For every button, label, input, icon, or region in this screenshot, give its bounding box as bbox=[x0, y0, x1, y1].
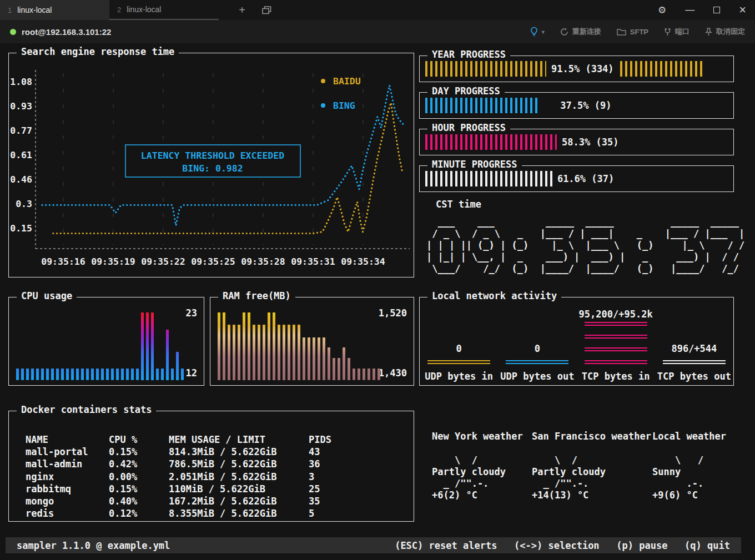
table-row: mall-portal0.15%814.3MiB / 5.622GiB43 bbox=[26, 446, 342, 458]
chart-bar bbox=[141, 312, 144, 380]
chevron-down-icon: ▾ bbox=[542, 29, 545, 35]
legend-dot-bing bbox=[321, 103, 325, 108]
chart-bar bbox=[338, 358, 340, 380]
status-bar: sampler 1.1.0 @ example.yml (ESC) reset … bbox=[6, 537, 741, 553]
sftp-button[interactable]: SFTP bbox=[617, 28, 648, 36]
ram-bars bbox=[218, 312, 380, 380]
legend-label-baidu: BAIDU bbox=[333, 76, 361, 87]
table-cell: rabbitmq bbox=[26, 483, 109, 495]
cpu-bars bbox=[16, 312, 184, 380]
table-cell: 0.42% bbox=[109, 458, 169, 470]
sftp-folder-icon bbox=[617, 28, 626, 36]
chart-bar bbox=[278, 325, 280, 380]
chart-bar bbox=[223, 312, 225, 380]
weather-title: San Francisco weather bbox=[532, 431, 651, 442]
sparkline-segment bbox=[663, 360, 726, 364]
alert-line2: BING: 0.982 bbox=[182, 163, 243, 174]
chart-bar bbox=[146, 312, 149, 380]
table-cell: CPU % bbox=[109, 433, 169, 446]
year-progress-title: YEAR PROGRESS bbox=[427, 49, 510, 60]
weather-ascii: \ / Sunny .-. +9(6) °C bbox=[652, 455, 726, 501]
chart-bar bbox=[343, 347, 345, 380]
table-cell: 36 bbox=[309, 458, 342, 470]
chart-bar bbox=[293, 325, 295, 380]
duplicate-tab-icon[interactable] bbox=[254, 0, 279, 20]
chart-bar bbox=[368, 369, 370, 380]
weather-ascii: \ / Partly cloudy _ /"".-. +14(13) °C bbox=[532, 455, 651, 501]
table-cell: 35 bbox=[309, 495, 342, 507]
table-cell: 25 bbox=[309, 483, 342, 495]
chart-bar bbox=[96, 369, 99, 380]
network-column: 0UDP bytes in bbox=[420, 297, 498, 385]
svg-text:09:35:25: 09:35:25 bbox=[191, 256, 235, 267]
chart-bar bbox=[233, 325, 235, 380]
day-progress-title: DAY PROGRESS bbox=[427, 85, 505, 97]
connection-bar: root@192.168.3.101:22 ▾ 重新连接 SFTP 端口 取消固… bbox=[0, 20, 755, 43]
chart-bar bbox=[333, 358, 335, 380]
table-row: mall-admin0.42%786.5MiB / 5.622GiB36 bbox=[26, 458, 342, 470]
network-column: 95,200/+95.2kTCP bytes in bbox=[577, 297, 655, 385]
chart-bar bbox=[126, 369, 129, 380]
settings-gear-icon[interactable]: ⚙ bbox=[658, 4, 666, 16]
gauge-value: 61.6% (37) bbox=[552, 171, 619, 186]
table-row: redis0.12%8.355MiB / 5.622GiB5 bbox=[26, 507, 342, 519]
table-cell: NAME bbox=[26, 433, 109, 446]
chart-bar bbox=[21, 369, 24, 380]
chart-bar bbox=[308, 337, 310, 380]
chart-bar bbox=[161, 369, 164, 380]
ram-min-value: 1,430 bbox=[379, 367, 407, 379]
chart-bar bbox=[76, 369, 79, 380]
new-tab-button[interactable]: + bbox=[230, 0, 254, 20]
response-time-title: Search engine response time bbox=[17, 46, 179, 57]
cpu-usage-panel: CPU usage 23 12 bbox=[8, 297, 204, 386]
unpin-button[interactable]: 取消固定 bbox=[705, 27, 745, 37]
svg-text:09:35:34: 09:35:34 bbox=[341, 256, 385, 267]
sparkline-segment bbox=[506, 360, 568, 364]
tab-1-index: 1 bbox=[8, 6, 12, 14]
table-header-row: NAMECPU %MEM USAGE / LIMITPIDS bbox=[26, 433, 342, 446]
svg-text:0.61: 0.61 bbox=[10, 150, 32, 160]
cpu-max-value: 23 bbox=[186, 307, 197, 319]
reconnect-button[interactable]: 重新连接 bbox=[560, 27, 601, 37]
chart-bar bbox=[56, 369, 59, 380]
chart-bar bbox=[121, 369, 124, 380]
chart-bar bbox=[131, 369, 134, 380]
table-cell: 2.051MiB / 5.622GiB bbox=[169, 471, 309, 483]
weather-title: New York weather bbox=[432, 431, 523, 442]
day-progress-gauge: 37.5% (9) bbox=[425, 98, 728, 113]
sftp-label: SFTP bbox=[630, 28, 648, 36]
tab-2[interactable]: 2 linux-local bbox=[109, 0, 219, 20]
legend-dot-baidu bbox=[321, 79, 325, 83]
chart-bar bbox=[243, 312, 245, 380]
minimize-button[interactable]: — bbox=[685, 4, 694, 16]
table-cell: 3 bbox=[309, 471, 342, 483]
close-button[interactable]: × bbox=[739, 3, 746, 17]
maximize-button[interactable] bbox=[713, 7, 720, 13]
table-cell: 786.5MiB / 5.622GiB bbox=[169, 458, 309, 470]
table-cell: mall-portal bbox=[26, 446, 109, 458]
port-button[interactable]: 端口 bbox=[664, 27, 689, 37]
chart-bar bbox=[283, 325, 285, 380]
table-cell: mongo bbox=[26, 495, 109, 507]
chart-bar bbox=[218, 312, 220, 380]
highlight-button[interactable]: ▾ bbox=[530, 27, 545, 37]
tab-1[interactable]: 1 linux-local bbox=[0, 0, 109, 20]
chart-bar bbox=[26, 369, 29, 380]
svg-text:1.08: 1.08 bbox=[10, 77, 32, 87]
chart-bar bbox=[136, 369, 139, 380]
chart-bar bbox=[166, 330, 169, 381]
day-progress-panel: DAY PROGRESS 37.5% (9) bbox=[419, 92, 734, 119]
weather-panel: New York weather \ / Partly cloudy _ /""… bbox=[422, 431, 734, 508]
svg-text:0.46: 0.46 bbox=[10, 174, 32, 185]
table-row: rabbitmq0.15%110MiB / 5.622GiB25 bbox=[26, 483, 342, 495]
chart-bar bbox=[111, 369, 114, 380]
sparkline-segment bbox=[427, 360, 490, 364]
chart-bar bbox=[106, 369, 109, 380]
terminal: Search engine response time 09:35:1609:3… bbox=[0, 43, 755, 560]
year-progress-gauge: 91.5% (334) bbox=[425, 61, 728, 77]
clock-title: CST time bbox=[436, 199, 481, 210]
reconnect-label: 重新连接 bbox=[572, 27, 601, 37]
svg-text:09:35:22: 09:35:22 bbox=[141, 256, 185, 267]
chart-bar bbox=[61, 369, 64, 380]
unpin-icon bbox=[705, 28, 712, 36]
